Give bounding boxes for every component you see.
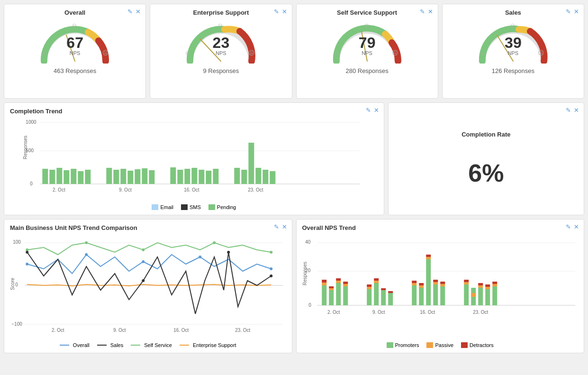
svg-point-72 [142, 248, 145, 251]
svg-rect-120 [440, 286, 445, 305]
legend-passive-color [426, 342, 433, 348]
overall-nps-trend-legend: Promoters Passive Detractors [302, 342, 579, 348]
svg-text:2. Oct: 2. Oct [52, 328, 64, 333]
svg-text:Responses: Responses [23, 136, 28, 159]
svg-rect-112 [419, 285, 424, 288]
completion-trend-chart: 1000 500 0 Responses [10, 117, 378, 210]
svg-rect-108 [412, 285, 416, 305]
legend-sms-color [181, 204, 188, 210]
svg-text:☹: ☹ [102, 49, 109, 56]
svg-text:☺: ☺ [333, 49, 339, 56]
svg-text:−100: −100 [11, 321, 22, 327]
bottom-row: Main Business Unit NPS Trend Comparison … [4, 219, 584, 353]
svg-rect-128 [478, 288, 483, 305]
svg-rect-133 [485, 284, 490, 287]
svg-rect-130 [478, 283, 483, 285]
overall-edit-icon[interactable]: ✎ [127, 8, 133, 15]
self-service-responses: 280 Responses [302, 67, 432, 74]
overall-nps-trend-edit-icon[interactable]: ✎ [566, 223, 571, 230]
svg-rect-119 [433, 280, 438, 282]
enterprise-nps-value: 23 [213, 35, 230, 50]
overall-close-icon[interactable]: ✕ [136, 8, 141, 15]
svg-rect-122 [440, 282, 445, 284]
svg-rect-90 [329, 288, 334, 290]
svg-text:23. Oct: 23. Oct [248, 187, 263, 192]
svg-rect-92 [336, 283, 341, 305]
overall-nps-card: Overall ✎ ✕ ☺ [4, 4, 146, 99]
self-service-edit-icon[interactable]: ✎ [420, 8, 425, 15]
self-service-close-icon[interactable]: ✕ [428, 8, 433, 15]
svg-text:23. Oct: 23. Oct [473, 310, 488, 315]
svg-rect-28 [78, 171, 83, 184]
completion-trend-actions: ✎ ✕ [366, 107, 379, 114]
completion-rate-close-icon[interactable]: ✕ [574, 107, 579, 114]
svg-rect-25 [56, 168, 62, 184]
legend-passive: Passive [426, 342, 453, 348]
svg-rect-103 [374, 278, 379, 281]
overall-gauge-center: 67 NPS [66, 35, 83, 56]
svg-rect-100 [367, 284, 371, 287]
svg-rect-40 [191, 168, 197, 184]
sales-nps-card: Sales ✎ ✕ ☺ ☹ ☺ [442, 4, 584, 99]
completion-rate-value: 6% [468, 159, 504, 187]
completion-trend-edit-icon[interactable]: ✎ [366, 107, 371, 114]
legend-sales-label: Sales [110, 342, 124, 348]
svg-rect-102 [374, 281, 379, 283]
legend-detractors: Detractors [461, 342, 494, 348]
enterprise-close-icon[interactable]: ✕ [282, 8, 287, 15]
svg-text:16. Oct: 16. Oct [184, 187, 199, 192]
svg-rect-86 [322, 285, 326, 305]
svg-rect-97 [343, 282, 348, 284]
svg-rect-116 [426, 255, 431, 257]
legend-overall-label: Overall [73, 342, 90, 348]
svg-point-69 [270, 267, 272, 270]
overall-nps-trend-close-icon[interactable]: ✕ [574, 223, 579, 230]
svg-rect-26 [63, 170, 69, 184]
legend-promoters: Promoters [387, 342, 419, 348]
svg-rect-37 [170, 167, 176, 184]
nps-trend-legend: Overall Sales Self Service Enterprise Su… [10, 342, 286, 348]
svg-text:Score: Score [10, 277, 15, 290]
svg-rect-34 [135, 169, 140, 184]
self-service-nps-value: 79 [359, 35, 376, 50]
enterprise-gauge: ☺ ☹ ☺ 23 NPS [183, 21, 259, 64]
sales-gauge-center: 39 NPS [505, 35, 522, 56]
svg-rect-104 [381, 290, 386, 305]
legend-sales: Sales [97, 342, 124, 348]
svg-rect-132 [485, 287, 490, 289]
svg-text:☺: ☺ [71, 22, 77, 29]
nps-trend-edit-icon[interactable]: ✎ [274, 223, 279, 230]
svg-rect-110 [412, 281, 416, 283]
svg-point-67 [142, 260, 145, 263]
enterprise-edit-icon[interactable]: ✎ [274, 8, 279, 15]
sales-close-icon[interactable]: ✕ [574, 8, 579, 15]
svg-rect-117 [433, 284, 438, 305]
svg-text:0: 0 [15, 282, 18, 287]
svg-rect-38 [177, 170, 183, 184]
overall-nps-trend-actions: ✎ ✕ [566, 223, 579, 230]
svg-text:☹: ☹ [392, 49, 398, 56]
enterprise-nps-card: Enterprise Support ✎ ✕ ☺ ☹ [150, 4, 292, 99]
svg-rect-121 [440, 284, 445, 286]
legend-enterprise-support: Enterprise Support [180, 342, 236, 348]
completion-trend-close-icon[interactable]: ✕ [374, 107, 379, 114]
nps-trend-chart: 100 0 −100 Score 2. Oct 9. Oct 16. Oct 2… [10, 233, 286, 348]
legend-overall: Overall [60, 342, 90, 348]
legend-promoters-color [387, 342, 393, 348]
legend-detractors-label: Detractors [470, 342, 494, 348]
nps-trend-close-icon[interactable]: ✕ [282, 223, 287, 230]
svg-point-76 [142, 279, 145, 282]
svg-text:23. Oct: 23. Oct [235, 328, 250, 333]
overall-nps-trend-title: Overall NPS Trend [302, 224, 579, 231]
svg-rect-107 [388, 291, 393, 293]
svg-rect-24 [49, 170, 55, 184]
completion-rate-edit-icon[interactable]: ✎ [566, 107, 571, 114]
svg-rect-93 [336, 281, 341, 283]
svg-text:☺: ☺ [184, 49, 190, 56]
svg-rect-109 [412, 283, 416, 285]
svg-point-66 [85, 253, 88, 256]
sales-edit-icon[interactable]: ✎ [566, 8, 571, 15]
svg-rect-31 [113, 170, 119, 184]
svg-rect-42 [206, 171, 211, 184]
svg-text:9. Oct: 9. Oct [372, 310, 385, 315]
